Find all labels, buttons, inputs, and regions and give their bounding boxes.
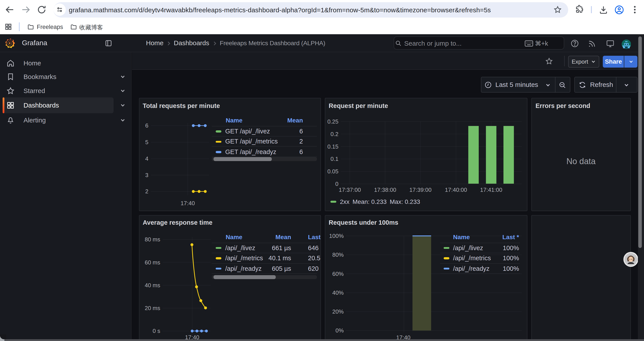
- svg-text:0.05: 0.05: [327, 168, 338, 175]
- svg-text:17:40:00: 17:40:00: [445, 187, 467, 193]
- svg-text:3: 3: [145, 172, 148, 178]
- svg-text:2xx: 2xx: [340, 198, 350, 205]
- svg-text:5: 5: [145, 139, 148, 146]
- svg-text:0: 0: [335, 181, 338, 187]
- svg-text:0.25: 0.25: [327, 118, 338, 125]
- svg-text:Mean: 0.233: Mean: 0.233: [352, 198, 387, 205]
- svg-text:0.15: 0.15: [327, 143, 338, 150]
- svg-text:0.2: 0.2: [330, 131, 338, 137]
- svg-text:17:37:00: 17:37:00: [339, 187, 361, 193]
- svg-text:2: 2: [145, 188, 148, 195]
- svg-text:17:38:00: 17:38:00: [374, 187, 396, 193]
- svg-text:Max: 0.233: Max: 0.233: [390, 198, 420, 205]
- svg-text:17:39:00: 17:39:00: [410, 187, 432, 193]
- svg-text:6: 6: [145, 122, 148, 129]
- svg-text:17:41:00: 17:41:00: [480, 187, 502, 193]
- svg-text:0.1: 0.1: [330, 156, 338, 162]
- svg-text:4: 4: [145, 155, 148, 162]
- svg-text:17:40: 17:40: [180, 200, 195, 206]
